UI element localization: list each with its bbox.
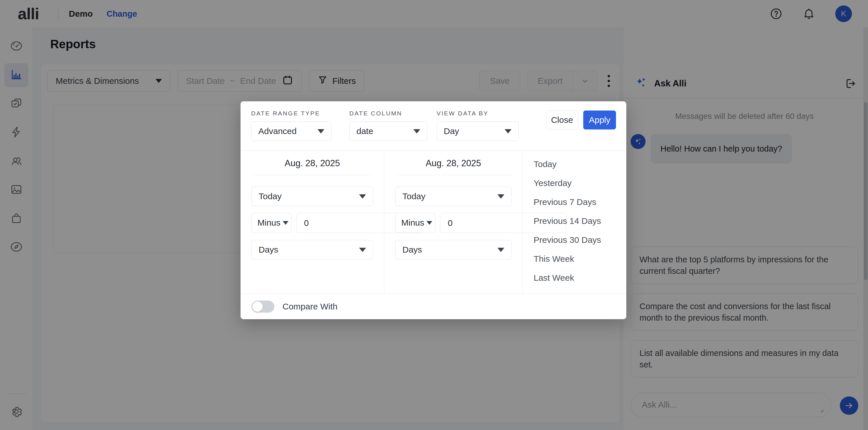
chevron-down-icon [359,248,366,252]
date-range-type-label: DATE RANGE TYPE [251,110,332,117]
preset-today[interactable]: Today [534,155,626,174]
start-unit-value: Days [259,245,278,255]
modal-header: DATE RANGE TYPE Advanced DATE COLUMN dat… [241,101,626,141]
end-unit-select[interactable]: Days [395,240,512,259]
chevron-down-icon [497,194,504,198]
chevron-down-icon [283,221,288,225]
start-unit-select[interactable]: Days [251,240,373,259]
compare-with-label: Compare With [282,302,338,311]
preset-previous-30-days[interactable]: Previous 30 Days [534,231,626,249]
toggle-knob [252,301,262,312]
chevron-down-icon [317,129,324,133]
start-anchor-select[interactable]: Today [251,187,373,206]
preset-previous-7-days[interactable]: Previous 7 Days [534,193,626,212]
end-date-column: Aug. 28, 2025 Today Minus Days [384,151,522,294]
compare-with-toggle[interactable] [251,301,274,313]
end-anchor-value: Today [402,191,425,201]
chevron-down-icon [505,129,512,133]
chevron-down-icon [359,194,366,198]
end-anchor-select[interactable]: Today [395,187,512,206]
date-column-group: DATE COLUMN date [349,110,427,141]
preset-previous-14-days[interactable]: Previous 14 Days [534,212,626,231]
end-unit-value: Days [402,245,422,255]
date-column-label: DATE COLUMN [349,110,427,117]
modal-footer: Compare With [241,294,626,319]
end-operator-value: Minus [401,218,424,227]
date-range-modal: DATE RANGE TYPE Advanced DATE COLUMN dat… [241,101,626,319]
start-operator-select[interactable]: Minus [251,213,291,233]
date-range-type-value: Advanced [258,126,297,136]
app-screen: alli Demo Change K [0,0,868,430]
apply-button[interactable]: Apply [583,111,616,129]
start-date-heading: Aug. 28, 2025 [251,151,373,175]
preset-yesterday[interactable]: Yesterday [534,174,626,193]
modal-columns: Aug. 28, 2025 Today Minus Days [241,151,626,294]
view-data-by-label: VIEW DATA BY [437,110,519,117]
preset-list: Today Yesterday Previous 7 Days Previous… [522,151,626,294]
start-date-column: Aug. 28, 2025 Today Minus Days [241,151,384,294]
view-data-by-select[interactable]: Day [437,121,519,141]
start-operator-value: Minus [257,218,280,227]
end-operator-select[interactable]: Minus [395,213,435,233]
preset-last-week[interactable]: Last Week [534,268,626,287]
date-column-value: date [356,126,373,136]
date-range-type-select[interactable]: Advanced [251,121,332,141]
chevron-down-icon [413,129,420,133]
modal-actions: Close Apply [546,111,616,129]
end-date-heading: Aug. 28, 2025 [395,151,512,175]
chevron-down-icon [427,221,432,225]
date-column-select[interactable]: date [349,121,427,141]
date-range-type-group: DATE RANGE TYPE Advanced [251,110,332,141]
view-data-by-group: VIEW DATA BY Day [437,110,519,141]
start-anchor-value: Today [259,191,282,201]
chevron-down-icon [497,248,504,252]
close-button[interactable]: Close [546,111,578,129]
preset-this-week[interactable]: This Week [534,249,626,268]
view-data-by-value: Day [444,126,459,136]
